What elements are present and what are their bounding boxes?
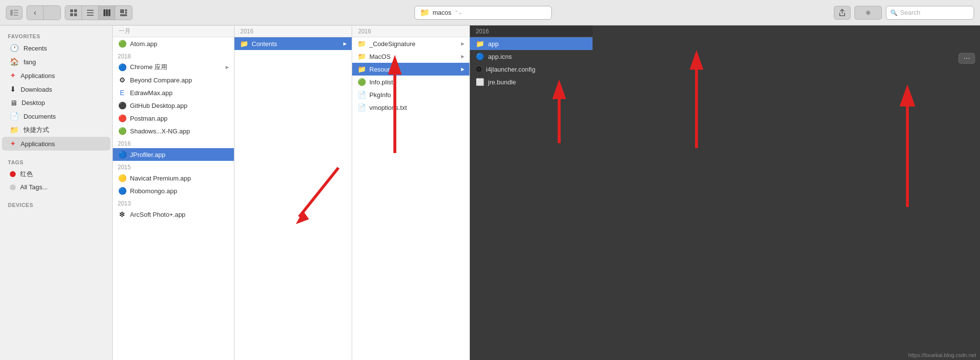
- file-name: Chrome 应用: [130, 63, 222, 72]
- column-2: 2016 📁 Contents ▶: [234, 26, 352, 360]
- file-icon: 📄: [357, 103, 366, 111]
- svg-rect-10: [87, 15, 94, 16]
- list-item[interactable]: 🟢 Info.plist: [352, 76, 469, 88]
- svg-rect-14: [120, 9, 124, 13]
- search-icon: 🔍: [890, 9, 898, 16]
- sidebar-item-fang[interactable]: 🏠 fang: [2, 55, 110, 69]
- svg-rect-0: [10, 10, 13, 16]
- list-item[interactable]: 🔵 JProfiler.app: [113, 148, 234, 161]
- column-4: 2016 📁 app 🔵 app.icns ⚙ i4jlauncher.conf…: [470, 26, 593, 360]
- file-icon: 🔵: [476, 52, 484, 60]
- list-item[interactable]: ⚙ Beyond Compare.app: [113, 74, 234, 86]
- sidebar-item-all-tags[interactable]: All Tags...: [2, 181, 110, 193]
- list-item[interactable]: 📁 MacOS ▶: [352, 50, 469, 63]
- sidebar-item-applications2[interactable]: ✦ Applications: [2, 137, 110, 151]
- sidebar-documents-label: Documents: [24, 113, 56, 120]
- sidebar-item-downloads[interactable]: ⬇ Downloads: [2, 82, 110, 96]
- file-name: vmoptions.txt: [369, 104, 464, 111]
- col3-header: 2016: [352, 26, 469, 37]
- main-content: Favorites 🕐 Recents 🏠 fang ✦ Application…: [0, 26, 980, 360]
- file-name: ArcSoft Photo+.app: [130, 211, 229, 218]
- folder-icon: 📁: [476, 40, 484, 48]
- list-item[interactable]: 📁 app: [470, 37, 593, 50]
- svg-marker-30: [900, 84, 915, 106]
- list-item[interactable]: 📁 _CodeSignature ▶: [352, 37, 469, 50]
- list-item[interactable]: 🟢 Shadows...X-NG.app: [113, 125, 234, 137]
- search-bar[interactable]: 🔍: [886, 6, 974, 20]
- sidebar-downloads-label: Downloads: [21, 86, 52, 93]
- list-item[interactable]: 🔵 Chrome 应用 ▶: [113, 61, 234, 74]
- svg-rect-3: [14, 15, 18, 16]
- col2-header: 2016: [234, 26, 352, 37]
- file-name: jre.bundle: [488, 78, 516, 86]
- list-item[interactable]: ⚫ GitHub Desktop.app: [113, 99, 234, 112]
- svg-rect-6: [70, 13, 73, 16]
- file-icon: 🟢: [118, 40, 127, 48]
- applications-icon: ✦: [10, 71, 16, 80]
- col4-header: 2016: [470, 26, 593, 37]
- list-item[interactable]: 🟡 Navicat Premium.app: [113, 172, 234, 184]
- sidebar-shortcuts-label: 快捷方式: [24, 126, 49, 134]
- file-icon: 🟢: [357, 78, 366, 86]
- list-item[interactable]: ⬜ jre.bundle: [470, 76, 593, 88]
- icon-view-button[interactable]: [65, 6, 82, 20]
- gallery-view-button[interactable]: [115, 6, 132, 20]
- list-item[interactable]: 🔴 Postman.app: [113, 112, 234, 125]
- share-button[interactable]: [834, 6, 851, 20]
- desktop-icon: 🖥: [10, 99, 17, 107]
- file-icon: ⚙: [118, 76, 127, 84]
- sidebar-item-desktop[interactable]: 🖥 Desktop: [2, 96, 110, 109]
- tag-button[interactable]: [854, 6, 882, 20]
- list-item[interactable]: 📁 Resources ▶: [352, 63, 469, 76]
- folder-icon: 📁: [420, 8, 430, 17]
- list-item[interactable]: 📄 PkgInfo: [352, 88, 469, 101]
- sidebar-desktop-label: Desktop: [22, 99, 45, 106]
- column-1: 一月 🟢 Atom.app 2018 🔵 Chrome 应用 ▶ ⚙ Beyon…: [113, 26, 234, 360]
- file-name: i4jlauncher.config: [486, 66, 535, 73]
- sidebar-red-tag-label: 红色: [20, 170, 33, 179]
- year-label-2013: 2013: [113, 197, 234, 208]
- file-icon: 🔵: [118, 63, 127, 71]
- forward-button[interactable]: ›: [44, 6, 60, 20]
- sidebar-toggle-button[interactable]: [6, 6, 23, 20]
- svg-rect-16: [125, 12, 127, 14]
- sidebar: Favorites 🕐 Recents 🏠 fang ✦ Application…: [0, 26, 113, 360]
- path-bar[interactable]: 📁 macos ⌃⌄: [414, 6, 552, 20]
- list-item[interactable]: ❇ ArcSoft Photo+.app: [113, 208, 234, 221]
- sidebar-item-recents[interactable]: 🕐 Recents: [2, 41, 110, 55]
- watermark: https://lixuekai.blog.csdn.net: [908, 352, 976, 358]
- file-name: Info.plist: [369, 78, 464, 86]
- file-icon: 🔵: [118, 187, 127, 195]
- file-name: Navicat Premium.app: [130, 175, 229, 182]
- column-view-button[interactable]: [99, 6, 115, 20]
- file-name: Contents: [252, 40, 340, 48]
- file-icon: 🟢: [118, 127, 127, 135]
- file-name: app: [488, 40, 499, 48]
- sidebar-item-shortcuts[interactable]: 📁 快捷方式: [2, 123, 110, 137]
- list-item[interactable]: 🔵 app.icns: [470, 50, 593, 63]
- red-tag-dot: [10, 171, 16, 177]
- list-item[interactable]: 🟢 Atom.app: [113, 37, 234, 50]
- list-item[interactable]: 📁 Contents ▶: [234, 37, 352, 50]
- sidebar-item-red-tag[interactable]: 红色: [2, 167, 110, 181]
- back-button[interactable]: ‹: [27, 6, 44, 20]
- chevron-icon: ▶: [461, 67, 464, 72]
- file-name: MacOS: [369, 53, 458, 60]
- sidebar-item-applications[interactable]: ✦ Applications: [2, 69, 110, 82]
- sidebar-item-documents[interactable]: 📄 Documents: [2, 109, 110, 123]
- chevron-icon: ▶: [226, 65, 229, 70]
- sidebar-applications-label: Applications: [21, 72, 55, 79]
- svg-rect-9: [87, 12, 94, 13]
- svg-marker-26: [690, 50, 703, 70]
- list-item[interactable]: 🔵 Robomongo.app: [113, 184, 234, 197]
- list-item[interactable]: ⚙ i4jlauncher.config: [470, 63, 593, 76]
- all-tags-dot: [10, 184, 16, 190]
- sidebar-recents-label: Recents: [24, 45, 47, 52]
- search-input[interactable]: [900, 9, 964, 16]
- list-view-button[interactable]: [82, 6, 99, 20]
- svg-rect-4: [70, 9, 73, 12]
- file-browser: 一月 🟢 Atom.app 2018 🔵 Chrome 应用 ▶ ⚙ Beyon…: [113, 26, 980, 360]
- list-item[interactable]: 📄 vmoptions.txt: [352, 101, 469, 114]
- list-item[interactable]: E EdrawMax.app: [113, 86, 234, 99]
- column-3: 2016 📁 _CodeSignature ▶ 📁 MacOS ▶ 📁 Reso…: [352, 26, 470, 360]
